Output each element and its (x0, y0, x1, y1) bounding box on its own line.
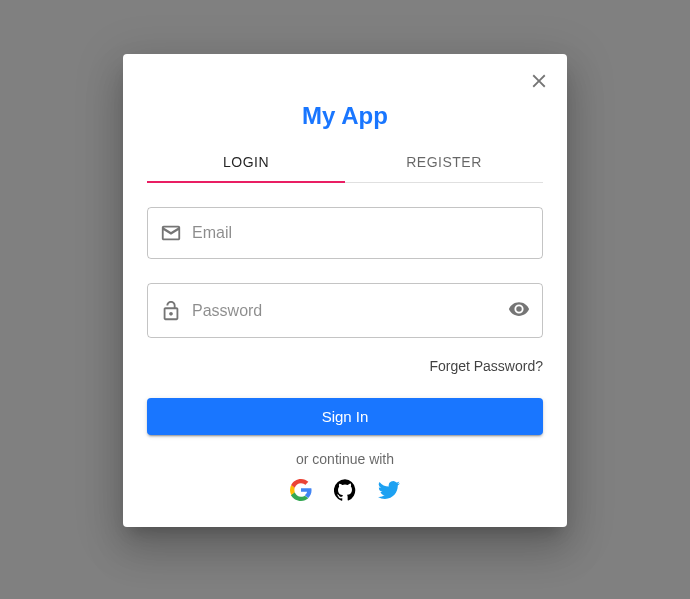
google-login-button[interactable] (289, 479, 313, 503)
google-icon (290, 479, 312, 504)
twitter-login-button[interactable] (377, 479, 401, 503)
auth-tabs: Login Register (147, 142, 543, 183)
modal-backdrop: My App Login Register Forget Password? (0, 0, 690, 599)
password-input[interactable] (192, 302, 498, 320)
eye-icon (508, 298, 530, 323)
continue-with-label: or continue with (147, 451, 543, 467)
forgot-password-link[interactable]: Forget Password? (147, 358, 543, 374)
app-title: My App (147, 102, 543, 130)
social-login-row (147, 479, 543, 503)
password-field-wrapper (147, 283, 543, 338)
mail-icon (160, 222, 182, 244)
tab-indicator (147, 181, 345, 183)
email-input[interactable] (192, 224, 530, 242)
github-login-button[interactable] (333, 479, 357, 503)
email-field-wrapper (147, 207, 543, 259)
auth-dialog: My App Login Register Forget Password? (123, 54, 567, 527)
github-icon (334, 479, 356, 504)
twitter-icon (378, 479, 400, 504)
tab-login[interactable]: Login (147, 142, 345, 182)
tab-register[interactable]: Register (345, 142, 543, 182)
sign-in-button[interactable]: Sign In (147, 398, 543, 435)
lock-icon (160, 300, 182, 322)
close-icon (528, 70, 550, 95)
toggle-password-visibility-button[interactable] (508, 298, 530, 323)
close-button[interactable] (519, 62, 559, 102)
